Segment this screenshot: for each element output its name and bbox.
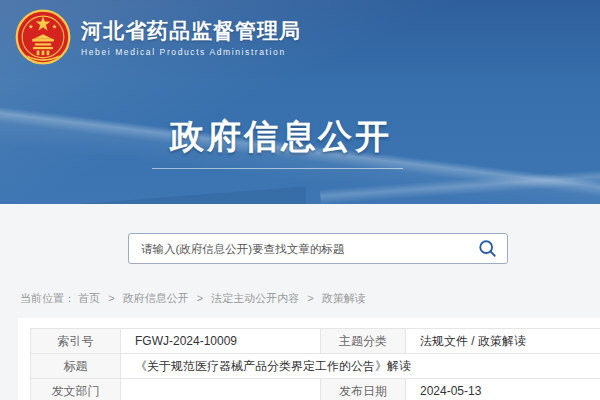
- breadcrumb-separator: >: [197, 292, 203, 304]
- topic-category-label: 主题分类: [321, 329, 406, 354]
- site-title: 河北省药品监督管理局: [81, 18, 301, 44]
- publish-date-label: 发布日期: [321, 379, 406, 400]
- hero-banner: 河北省药品监督管理局 Hebei Medical Products Admini…: [0, 0, 600, 204]
- breadcrumb-item-policy-interpretation[interactable]: 政策解读: [322, 292, 366, 304]
- site-subtitle: Hebei Medical Products Administration: [81, 47, 301, 57]
- search-icon: [478, 239, 497, 258]
- page-title: 政府信息公开: [0, 114, 562, 160]
- breadcrumb-item-statutory-content[interactable]: 法定主动公开内容: [211, 292, 299, 304]
- index-number-label: 索引号: [31, 329, 121, 354]
- breadcrumb-separator: >: [307, 292, 313, 304]
- breadcrumb-item-home[interactable]: 首页: [78, 292, 100, 304]
- topic-category-value: 法规文件 / 政策解读: [406, 329, 600, 354]
- table-row: 标题 《关于规范医疗器械产品分类界定工作的公告》解读: [31, 354, 600, 379]
- search-input[interactable]: [129, 243, 472, 255]
- search-button[interactable]: [472, 239, 507, 258]
- breadcrumb-separator: >: [108, 292, 114, 304]
- site-title-group: 河北省药品监督管理局 Hebei Medical Products Admini…: [81, 18, 301, 57]
- page: 河北省药品监督管理局 Hebei Medical Products Admini…: [0, 0, 600, 400]
- title-underline: [152, 168, 403, 169]
- issuing-department-label: 发文部门: [31, 379, 121, 400]
- breadcrumb-prefix: 当前位置：: [20, 292, 75, 304]
- breadcrumb-item-info-disclosure[interactable]: 政府信息公开: [123, 292, 189, 304]
- index-number-value: FGWJ-2024-10009: [121, 329, 321, 354]
- breadcrumb: 当前位置： 首页 > 政府信息公开 > 法定主动公开内容 > 政策解读: [20, 291, 366, 306]
- document-meta-table: 索引号 FGWJ-2024-10009 主题分类 法规文件 / 政策解读 标题 …: [30, 328, 600, 400]
- publish-date-value: 2024-05-13: [406, 379, 600, 400]
- title-value: 《关于规范医疗器械产品分类界定工作的公告》解读: [121, 354, 600, 379]
- title-label: 标题: [31, 354, 121, 379]
- table-row: 发文部门 发布日期 2024-05-13: [31, 379, 600, 400]
- table-row: 索引号 FGWJ-2024-10009 主题分类 法规文件 / 政策解读: [31, 329, 600, 354]
- national-emblem-icon: [14, 8, 72, 66]
- issuing-department-value: [121, 379, 321, 400]
- search-box: [128, 233, 508, 264]
- site-logo[interactable]: 河北省药品监督管理局 Hebei Medical Products Admini…: [14, 8, 301, 66]
